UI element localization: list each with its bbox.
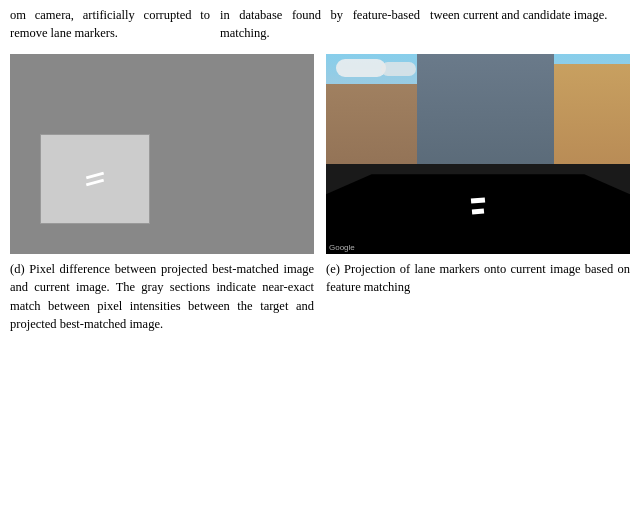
caption-d-label: (d) xyxy=(10,262,25,276)
caption-e-text: Projection of lane markers onto current … xyxy=(326,262,630,294)
cloud-right xyxy=(381,62,416,76)
top-col-2: in database found by feature-based match… xyxy=(220,6,420,42)
image-e: Google xyxy=(326,54,630,254)
building-center xyxy=(417,54,554,174)
inner-box-marks xyxy=(86,170,104,188)
mark-line-2 xyxy=(86,179,104,187)
image-d xyxy=(10,54,314,254)
caption-e-label: (e) xyxy=(326,262,340,276)
top-col-1: om camera, artificially corrupted to rem… xyxy=(10,6,210,42)
top-col-1-text: om camera, artificially corrupted to rem… xyxy=(10,8,210,40)
top-col-2-text: in database found by feature-based match… xyxy=(220,8,420,40)
caption-d-text: Pixel difference between projected best-… xyxy=(10,262,314,330)
white-markers xyxy=(471,198,485,214)
cloud-left xyxy=(336,59,386,77)
top-col-3: tween current and candidate image. xyxy=(430,6,630,42)
top-col-3-text: tween current and candidate image. xyxy=(430,8,607,22)
image-block-e: Google (e) Projection of lane markers on… xyxy=(326,54,630,296)
page-container: om camera, artificially corrupted to rem… xyxy=(0,0,640,333)
images-row: (d) Pixel difference between projected b… xyxy=(10,54,630,333)
caption-e: (e) Projection of lane markers onto curr… xyxy=(326,260,630,296)
google-watermark: Google xyxy=(329,243,355,252)
white-rect-2 xyxy=(472,209,484,215)
top-text-row: om camera, artificially corrupted to rem… xyxy=(10,0,630,46)
white-rect-1 xyxy=(471,198,485,204)
caption-d: (d) Pixel difference between projected b… xyxy=(10,260,314,333)
inner-box-d xyxy=(40,134,150,224)
image-block-d: (d) Pixel difference between projected b… xyxy=(10,54,314,333)
